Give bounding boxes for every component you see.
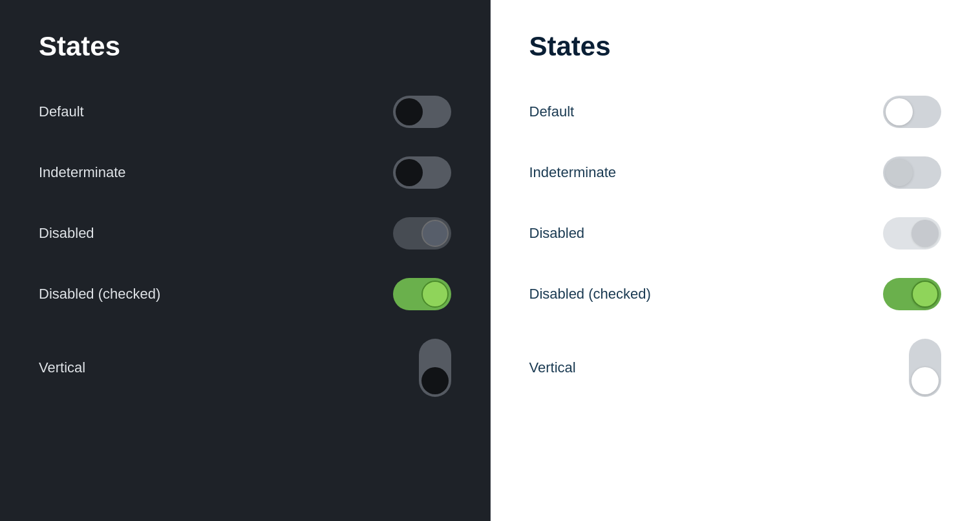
light-vertical-track — [909, 339, 941, 397]
light-vertical-row: Vertical — [529, 324, 942, 411]
light-disabled-checked-track — [883, 278, 941, 310]
dark-vertical-knob — [421, 367, 449, 394]
light-default-label: Default — [529, 103, 575, 120]
dark-default-row: Default — [39, 81, 451, 142]
light-disabled-label: Disabled — [529, 225, 585, 242]
light-vertical-toggle[interactable] — [909, 339, 941, 397]
light-indeterminate-knob — [886, 159, 913, 186]
light-disabled-checked-label: Disabled (checked) — [529, 286, 651, 303]
dark-indeterminate-label: Indeterminate — [39, 164, 126, 181]
light-indeterminate-toggle[interactable] — [883, 156, 941, 189]
dark-default-knob — [396, 98, 423, 125]
dark-indeterminate-toggle[interactable] — [393, 156, 451, 189]
light-disabled-checked-toggle — [883, 278, 941, 310]
dark-disabled-checked-row: Disabled (checked) — [39, 264, 451, 324]
dark-disabled-knob — [421, 220, 449, 247]
dark-default-track — [393, 96, 451, 128]
dark-vertical-track — [419, 339, 451, 397]
light-panel-title: States — [529, 31, 942, 62]
light-indeterminate-row: Indeterminate — [529, 142, 942, 203]
dark-indeterminate-track — [393, 156, 451, 189]
dark-default-toggle[interactable] — [393, 96, 451, 128]
light-indeterminate-track — [883, 156, 941, 189]
light-vertical-knob — [911, 367, 939, 394]
dark-indeterminate-row: Indeterminate — [39, 142, 451, 203]
light-disabled-knob — [911, 220, 939, 247]
dark-disabled-track — [393, 217, 451, 250]
dark-disabled-checked-track — [393, 278, 451, 310]
dark-indeterminate-knob — [396, 159, 423, 186]
light-default-row: Default — [529, 81, 942, 142]
light-default-toggle[interactable] — [883, 96, 941, 128]
light-default-track — [883, 96, 941, 128]
light-disabled-checked-row: Disabled (checked) — [529, 264, 942, 324]
light-vertical-label: Vertical — [529, 359, 576, 376]
light-disabled-toggle — [883, 217, 941, 250]
light-panel: States Default Indeterminate Disabled Di… — [491, 0, 981, 521]
dark-default-label: Default — [39, 103, 84, 120]
dark-vertical-label: Vertical — [39, 359, 85, 376]
dark-panel: States Default Indeterminate Disabled Di… — [0, 0, 490, 521]
dark-disabled-label: Disabled — [39, 225, 94, 242]
light-disabled-checked-knob — [911, 281, 939, 308]
light-default-knob — [886, 98, 913, 125]
light-disabled-track — [883, 217, 941, 250]
dark-disabled-row: Disabled — [39, 203, 451, 264]
dark-panel-title: States — [39, 31, 451, 62]
light-disabled-row: Disabled — [529, 203, 942, 264]
dark-vertical-row: Vertical — [39, 324, 451, 411]
dark-disabled-checked-label: Disabled (checked) — [39, 286, 160, 303]
dark-disabled-checked-knob — [421, 281, 449, 308]
dark-disabled-checked-toggle — [393, 278, 451, 310]
light-indeterminate-label: Indeterminate — [529, 164, 617, 181]
dark-disabled-toggle — [393, 217, 451, 250]
dark-vertical-toggle[interactable] — [419, 339, 451, 397]
